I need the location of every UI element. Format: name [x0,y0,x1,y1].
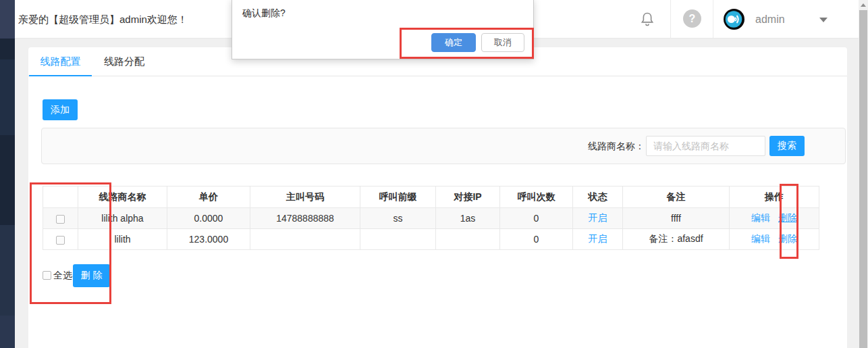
header-docking-ip: 对接IP [436,187,500,208]
scrollbar-up-arrow-icon[interactable] [859,0,868,10]
content-card: 线路配置 线路分配 添加 线路商名称： 搜索 线路商名称 单价 主叫号码 呼叫前… [28,47,847,348]
sidebar-sliver [0,0,15,348]
table-header-row: 线路商名称 单价 主叫号码 呼叫前缀 对接IP 呼叫次数 状态 备注 操作 [43,187,819,208]
edit-link[interactable]: 编辑 [751,212,770,223]
username-label[interactable]: admin [755,0,785,39]
add-button[interactable]: 添加 [43,99,78,120]
cell-docking-ip [436,229,500,250]
header-divider [670,0,671,38]
cell-caller-number: 14788888888 [250,208,360,229]
vertical-scrollbar[interactable] [859,0,868,348]
tab-line-config[interactable]: 线路配置 [29,47,92,76]
screen: 亲爱的【超级管理员】admin欢迎您！ ? admin 线路配置 线路分配 [0,0,868,348]
header-caller-number: 主叫号码 [250,187,360,208]
header-call-prefix: 呼叫前缀 [360,187,436,208]
welcome-text: 亲爱的【超级管理员】admin欢迎您！ [18,0,188,39]
dialog-message: 确认删除? [242,7,286,20]
cell-caller-number [250,229,360,250]
cell-remark: ffff [623,208,730,229]
search-button[interactable]: 搜索 [769,136,805,156]
header-unit-price: 单价 [167,187,250,208]
status-toggle[interactable]: 开启 [573,208,623,229]
red-annotation-box-delete-links [780,184,798,259]
status-toggle[interactable]: 开启 [573,229,623,250]
line-provider-table: 线路商名称 单价 主叫号码 呼叫前缀 对接IP 呼叫次数 状态 备注 操作 li… [43,186,819,250]
cell-call-prefix: ss [360,208,436,229]
search-input[interactable] [646,136,765,156]
notification-bell-icon[interactable] [639,11,656,28]
search-panel: 线路商名称： 搜索 [41,128,846,164]
user-avatar[interactable] [724,9,744,30]
table-row: lilith 123.0000 0 开启 备注：afasdf 编辑删除 [43,229,819,250]
header-divider [713,0,713,38]
help-icon[interactable]: ? [683,9,701,28]
cell-unit-price: 0.0000 [167,208,250,229]
edit-link[interactable]: 编辑 [751,233,770,244]
search-label: 线路商名称： [588,128,645,164]
cell-call-count: 0 [500,229,573,250]
cell-unit-price: 123.0000 [167,229,250,250]
red-annotation-box-dialog-buttons [400,28,534,59]
tab-line-allocation[interactable]: 线路分配 [94,47,155,76]
header-remark: 备注 [623,187,730,208]
table-row: lilith alpha 0.0000 14788888888 ss 1as 0… [43,208,819,229]
header-status: 状态 [573,187,623,208]
chevron-down-icon[interactable] [819,18,828,22]
cell-call-count: 0 [500,208,573,229]
cell-call-prefix [360,229,436,250]
header-operations: 操作 [730,187,819,208]
cell-docking-ip: 1as [436,208,500,229]
cell-remark: 备注：afasdf [623,229,730,250]
header-call-count: 呼叫次数 [500,187,573,208]
red-annotation-box-checkbox-column [30,182,111,304]
scrollbar-thumb[interactable] [859,10,867,348]
